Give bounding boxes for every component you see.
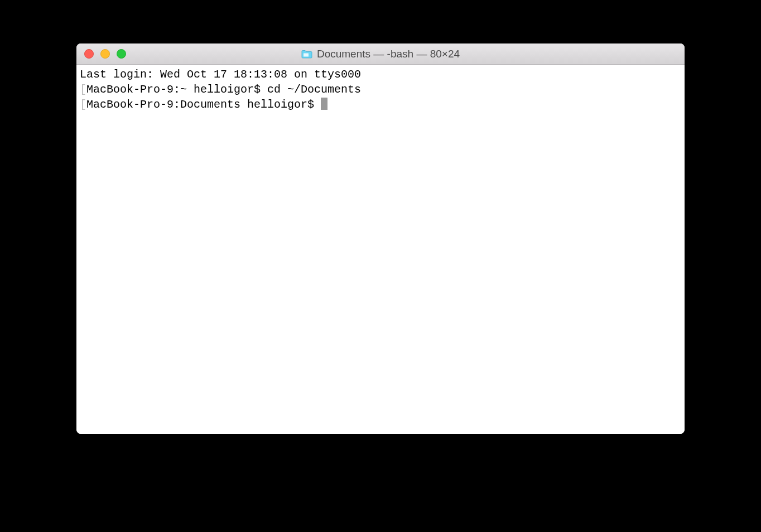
command-1: cd ~/Documents xyxy=(267,83,361,96)
terminal-window: Documents — -bash — 80×24 Last login: We… xyxy=(76,43,685,434)
prompt-1: MacBook-Pro-9:~ helloigor$ xyxy=(86,83,267,96)
traffic-lights xyxy=(76,49,126,59)
window-title: Documents — -bash — 80×24 xyxy=(317,48,460,60)
last-login-line: Last login: Wed Oct 17 18:13:08 on ttys0… xyxy=(80,67,681,82)
svg-rect-0 xyxy=(304,53,309,56)
window-title-content: Documents — -bash — 80×24 xyxy=(301,48,460,60)
zoom-button[interactable] xyxy=(117,49,126,59)
terminal-content[interactable]: Last login: Wed Oct 17 18:13:08 on ttys0… xyxy=(76,65,685,434)
close-button[interactable] xyxy=(84,49,94,59)
cursor xyxy=(321,98,327,110)
minimize-button[interactable] xyxy=(100,49,110,59)
current-prompt-line: [MacBook-Pro-9:Documents helloigor$ xyxy=(80,97,681,112)
prompt-2: MacBook-Pro-9:Documents helloigor$ xyxy=(86,98,321,111)
folder-icon xyxy=(301,50,312,59)
command-line-1: [MacBook-Pro-9:~ helloigor$ cd ~/Documen… xyxy=(80,82,681,97)
window-titlebar[interactable]: Documents — -bash — 80×24 xyxy=(76,43,685,65)
